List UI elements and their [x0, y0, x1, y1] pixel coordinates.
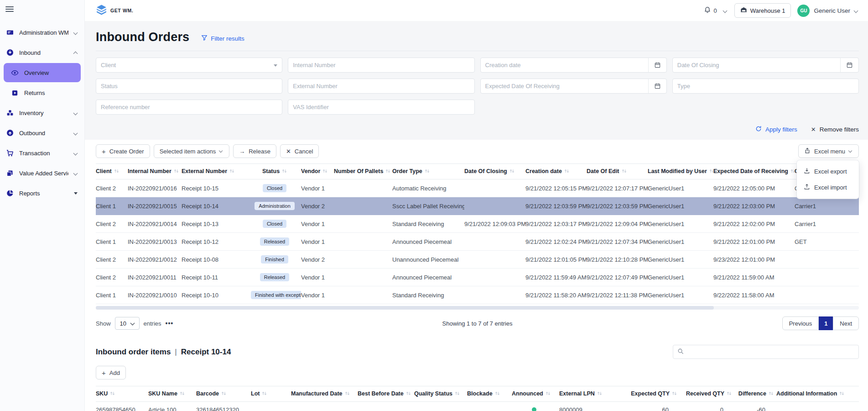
items-column-header-sku[interactable]: SKU — [96, 386, 148, 402]
calendar-icon[interactable] — [840, 58, 858, 72]
transaction-icon — [6, 149, 14, 157]
orders-column-header-internal-number[interactable]: Internal Number — [128, 164, 182, 179]
current-page-button[interactable]: 1 — [819, 316, 833, 330]
sidebar-item-administration-wm[interactable]: Administration WM — [0, 23, 84, 42]
items-column-header-expected-qty[interactable]: Expected QTY — [624, 386, 680, 402]
status-filter — [96, 79, 282, 94]
orders-column-header-status[interactable]: Status — [251, 164, 301, 179]
table-row[interactable]: 265987854650Article 10032618465123208000… — [96, 402, 859, 411]
excel-import-menu-item[interactable]: Excel import — [797, 179, 859, 195]
orders-column-header-order-type[interactable]: Order Type — [392, 164, 464, 179]
previous-page-button[interactable]: Previous — [782, 316, 819, 330]
items-search-input[interactable] — [687, 348, 854, 355]
items-column-header-additional-information[interactable]: Additional Information — [776, 386, 859, 402]
chevron-down-icon[interactable] — [722, 8, 727, 13]
external-number-filter-input[interactable] — [288, 83, 474, 90]
share-icon — [804, 148, 811, 155]
date-of-closing-filter-input[interactable] — [673, 62, 840, 68]
sidebar-item-inbound[interactable]: Inbound — [0, 43, 84, 62]
calendar-icon[interactable] — [648, 79, 666, 93]
warehouse-selector-button[interactable]: Warehouse 1 — [734, 3, 791, 18]
apply-filters-button[interactable]: Apply filters — [755, 126, 797, 133]
sort-icon — [345, 391, 350, 397]
sidebar-item-returns[interactable]: Returns — [0, 83, 84, 102]
items-column-header-announced[interactable]: Announced — [512, 386, 559, 402]
excel-export-menu-item[interactable]: Excel export — [797, 163, 859, 179]
scrollbar-thumb[interactable] — [96, 306, 714, 310]
user-menu[interactable]: GU Generic User — [797, 5, 859, 17]
sidebar-item-transaction[interactable]: Transaction — [0, 143, 84, 163]
sidebar-item-value-added-service[interactable]: Value Added Service — [0, 163, 84, 183]
cancel-button[interactable]: ✕ Cancel — [280, 144, 319, 158]
sort-icon — [425, 169, 430, 175]
eye-icon — [11, 69, 19, 77]
add-item-button[interactable]: + Add — [96, 366, 126, 379]
sort-icon — [262, 391, 267, 397]
items-column-header-best-before-date[interactable]: Best Before Date — [358, 386, 414, 402]
orders-column-header-creation-date[interactable]: Creation date — [525, 164, 587, 179]
expected-date-of-receiving-filter-input[interactable] — [481, 83, 648, 90]
items-column-header-blockade[interactable]: Blockade — [467, 386, 512, 402]
release-button[interactable]: → Release — [233, 144, 276, 158]
page-size-select[interactable]: 10 — [115, 317, 140, 330]
orders-column-header-vendor[interactable]: Vendor — [301, 164, 334, 179]
order-items-subtitle: Receipt 10-14 — [181, 348, 231, 357]
horizontal-scrollbar[interactable] — [96, 306, 859, 310]
items-column-header-external-lpn[interactable]: External LPN — [559, 386, 624, 402]
orders-column-header-number-of-pallets[interactable]: Number Of Pallets — [334, 164, 392, 179]
sidebar-item-outbound[interactable]: Outbound — [0, 123, 84, 142]
funnel-icon — [201, 35, 208, 42]
items-column-header-manufactured-date[interactable]: Manufactured Date — [291, 386, 358, 402]
client-filter-input[interactable] — [96, 62, 274, 68]
table-row[interactable]: Client 2IN-20220921/0012Receipt 10-08Fin… — [96, 251, 859, 269]
caret-down-icon[interactable] — [274, 64, 277, 68]
sort-icon — [385, 169, 390, 175]
table-row[interactable]: Client 2IN-20220921/0016Receipt 10-15Clo… — [96, 179, 859, 197]
sidebar-item-inventory[interactable]: Inventory — [0, 103, 84, 122]
items-column-header-sku-name[interactable]: SKU Name — [148, 386, 196, 402]
sidebar-item-label: Inventory — [19, 110, 68, 116]
sort-icon — [282, 169, 287, 175]
reference-number-filter-input[interactable] — [96, 104, 282, 111]
items-column-header-difference[interactable]: Difference — [734, 386, 776, 402]
items-column-header-barcode[interactable]: Barcode — [196, 386, 251, 402]
table-row[interactable]: Client 1IN-20220921/0015Receipt 10-14Adm… — [96, 197, 859, 215]
next-page-button[interactable]: Next — [833, 316, 859, 330]
hamburger-menu-icon[interactable] — [5, 6, 14, 12]
sidebar-item-overview[interactable]: Overview — [4, 63, 81, 82]
create-order-button[interactable]: + Create Order — [96, 144, 150, 158]
internal-number-filter — [288, 58, 474, 73]
orders-column-header-expected-date-of-receiving[interactable]: Expected Date of Receiving — [713, 164, 795, 179]
table-row[interactable]: Client 1IN-20220921/0010Receipt 10-10Fin… — [96, 286, 859, 304]
table-menu-button[interactable]: ••• — [166, 320, 174, 327]
filter-results-link[interactable]: Filter results — [201, 35, 244, 42]
items-column-header-lot[interactable]: Lot — [251, 386, 291, 402]
type-filter-input[interactable] — [673, 83, 858, 90]
entries-label: entries — [144, 320, 161, 327]
items-column-header-quality-status[interactable]: Quality Status — [414, 386, 467, 402]
excel-menu-button[interactable]: Excel menu — [798, 144, 859, 158]
vas-identifier-filter-input[interactable] — [288, 104, 474, 111]
show-label: Show — [96, 320, 111, 327]
inventory-icon — [6, 109, 14, 117]
table-row[interactable]: Client 2IN-20220921/0014Receipt 10-13Clo… — [96, 215, 859, 233]
creation-date-filter-input[interactable] — [481, 62, 648, 68]
logo-text: GET WM. — [110, 8, 133, 13]
items-column-header-received-qty[interactable]: Received QTY — [680, 386, 734, 402]
plus-icon: + — [102, 148, 106, 155]
notifications-button[interactable]: 0 — [704, 6, 717, 15]
sidebar-item-reports[interactable]: Reports — [0, 184, 84, 203]
table-row[interactable]: Client 1IN-20220921/0013Receipt 10-12Rel… — [96, 233, 859, 251]
orders-column-header-date-of-closing[interactable]: Date Of Closing — [464, 164, 525, 179]
table-row[interactable]: Client 2IN-20220921/0011Receipt 10-11Rel… — [96, 269, 859, 286]
orders-column-header-external-number[interactable]: External Number — [182, 164, 251, 179]
internal-number-filter-input[interactable] — [288, 62, 474, 68]
selected-item-actions-button[interactable]: Selected item actions — [154, 144, 230, 158]
orders-column-header-date-of-edit[interactable]: Date Of Edit — [587, 164, 648, 179]
remove-filters-button[interactable]: ✕ Remove filters — [811, 126, 859, 133]
orders-column-header-client[interactable]: Client — [96, 164, 128, 179]
status-badge: Released — [260, 237, 289, 246]
orders-column-header-last-modified-by-user[interactable]: Last Modified by User — [648, 164, 713, 179]
status-filter-input[interactable] — [96, 83, 282, 90]
calendar-icon[interactable] — [648, 58, 666, 72]
